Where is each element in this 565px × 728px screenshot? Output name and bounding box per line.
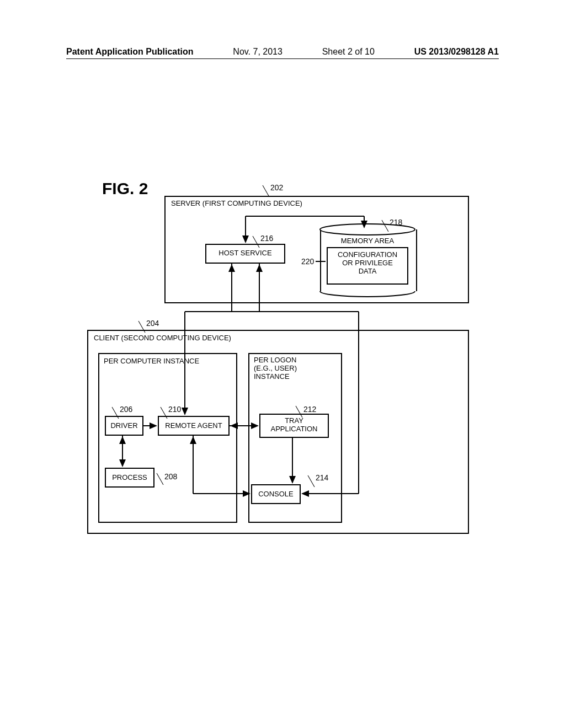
doc-number: US 2013/0298128 A1	[414, 47, 499, 57]
sheet-number: Sheet 2 of 10	[322, 47, 375, 57]
publication-date: Nov. 7, 2013	[233, 47, 282, 57]
diagram: SERVER (FIRST COMPUTING DEVICE) HOST SER…	[88, 188, 469, 540]
publication-type: Patent Application Publication	[66, 47, 194, 57]
arrows-layer	[88, 188, 469, 540]
page-header: Patent Application Publication Nov. 7, 2…	[66, 47, 499, 59]
